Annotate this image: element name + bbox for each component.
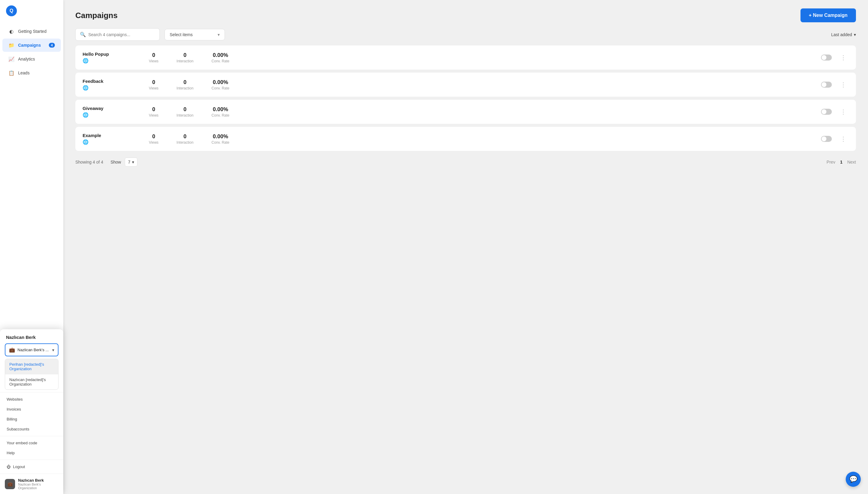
pagination-bar: Showing 4 of 4 Show 7 ▾ Prev 1 Next [75,154,856,170]
campaign-stats: 0 Views 0 Interaction 0.00% Conv. Rate [149,133,815,145]
campaign-name: Example [82,133,143,138]
popup-item-help[interactable]: Help [0,448,63,458]
campaign-more-button[interactable]: ⋮ [838,107,849,117]
analytics-icon: 📈 [8,56,15,62]
org-option-nazlican[interactable]: Nazlıcan [redacted]'s Organization [5,375,58,390]
power-icon: ⏻ [7,464,11,469]
popup-item-subaccounts[interactable]: Subaccounts [0,424,63,434]
stat-interaction-value: 0 [177,106,193,113]
campaign-info: Example 🌐 [82,133,143,145]
globe-icon: 🌐 [82,112,89,117]
search-box: 🔍 [75,28,160,41]
sidebar-item-leads[interactable]: 📋 Leads [2,66,61,79]
campaign-card: Example 🌐 0 Views 0 Interaction 0.00% Co… [75,127,856,151]
chat-icon: 💬 [849,475,857,483]
search-input[interactable] [88,32,155,37]
popup-user-name: Nazlıcan Berk [0,329,63,343]
main-header: Campaigns + New Campaign [63,0,868,28]
stat-conv-rate: 0.00% Conv. Rate [211,79,229,90]
campaign-stats: 0 Views 0 Interaction 0.00% Conv. Rate [149,79,815,90]
org-option-perihan[interactable]: Perihan [redacted]'s Organization [5,359,58,375]
avatar-icon: 💼 [7,482,13,487]
campaign-toggle[interactable] [821,55,832,60]
campaign-info: Feedback 🌐 [82,79,143,91]
campaigns-area: 🔍 Select items ▾ Last added ▾ Hello Popu… [63,28,868,494]
stat-views: 0 Views [149,79,159,90]
stat-interaction-label: Interaction [177,140,193,145]
campaign-toggle[interactable] [821,82,832,88]
popup-item-embed[interactable]: Your embed code [0,438,63,448]
campaign-toggle[interactable] [821,109,832,115]
sidebar-item-analytics[interactable]: 📈 Analytics [2,52,61,66]
stat-views-label: Views [149,86,159,90]
stat-interaction: 0 Interaction [177,52,193,63]
stat-interaction: 0 Interaction [177,106,193,117]
org-dropdown: Perihan [redacted]'s OrganizationNazlıca… [5,359,58,390]
popup-section-2: Your embed codeHelp [0,436,63,460]
org-selector-label: Nazlican Berk's ... [17,348,50,352]
stat-views: 0 Views [149,106,159,117]
stat-interaction: 0 Interaction [177,79,193,90]
search-icon: 🔍 [80,32,86,37]
stat-views-label: Views [149,140,159,145]
campaign-more-button[interactable]: ⋮ [838,53,849,62]
getting-started-icon: ◐ [8,28,15,34]
logout-button[interactable]: ⏻ Logout [0,462,63,472]
stat-views-value: 0 [149,52,159,58]
new-campaign-button[interactable]: + New Campaign [800,8,856,22]
filter-select[interactable]: Select items ▾ [165,29,225,40]
sidebar-item-label: Campaigns [18,43,41,48]
campaign-more-button[interactable]: ⋮ [838,80,849,90]
campaign-name: Hello Popup [82,52,143,57]
campaign-name: Feedback [82,79,143,84]
popup-item-websites[interactable]: Websites [0,394,63,404]
avatar: 💼 [5,479,15,489]
stat-conv-rate: 0.00% Conv. Rate [211,106,229,117]
campaign-more-button[interactable]: ⋮ [838,134,849,144]
stat-conv-rate-value: 0.00% [211,133,229,140]
stat-interaction-value: 0 [177,133,193,140]
leads-icon: 📋 [8,70,15,76]
campaign-info: Giveaway 🌐 [82,106,143,118]
user-footer[interactable]: 💼 Nazlıcan Berk Nazlican Berk's Organiza… [0,474,63,494]
stat-conv-rate: 0.00% Conv. Rate [211,133,229,145]
org-selector[interactable]: 💼 Nazlican Berk's ... ▾ [5,343,58,356]
stat-conv-rate-value: 0.00% [211,79,229,86]
next-button[interactable]: Next [847,160,856,165]
popup-item-invoices[interactable]: Invoices [0,404,63,414]
popup-section-logout: ⏻ Logout [0,460,63,474]
filter-chevron-icon: ▾ [218,32,220,37]
footer-user-name: Nazlıcan Berk [18,478,58,482]
stat-conv-rate-value: 0.00% [211,106,229,113]
user-info: Nazlıcan Berk Nazlican Berk's Organizati… [18,478,58,490]
user-popup: Nazlıcan Berk 💼 Nazlican Berk's ... ▾ Pe… [0,329,63,494]
sidebar-item-campaigns[interactable]: 📁 Campaigns 4 [2,39,61,52]
globe-icon: 🌐 [82,139,89,145]
nav-badge: 4 [49,43,55,48]
sidebar-item-getting-started[interactable]: ◐ Getting Started [2,25,61,38]
stat-views-value: 0 [149,79,159,86]
popup-section-1: WebsitesInvoicesBillingSubaccounts [0,392,63,436]
stat-views: 0 Views [149,52,159,63]
chat-button[interactable]: 💬 [846,472,861,487]
logo: Q [0,0,63,22]
logout-label: Logout [13,464,25,469]
stat-conv-rate-label: Conv. Rate [211,86,229,90]
page-title: Campaigns [75,11,117,20]
show-label: Show [111,160,121,165]
campaigns-list: Hello Popup 🌐 0 Views 0 Interaction 0.00… [75,45,856,151]
stat-conv-rate-label: Conv. Rate [211,59,229,63]
showing-text: Showing 4 of 4 [75,160,104,165]
stat-interaction-label: Interaction [177,59,193,63]
sort-control[interactable]: Last added ▾ [831,32,856,37]
popup-item-billing[interactable]: Billing [0,414,63,424]
stat-views-label: Views [149,113,159,117]
campaign-card: Hello Popup 🌐 0 Views 0 Interaction 0.00… [75,45,856,70]
campaign-toggle[interactable] [821,136,832,142]
campaigns-toolbar: 🔍 Select items ▾ Last added ▾ [75,28,856,41]
stat-interaction-label: Interaction [177,113,193,117]
globe-icon: 🌐 [82,58,89,63]
stat-conv-rate-value: 0.00% [211,52,229,58]
prev-button[interactable]: Prev [827,160,835,165]
per-page-select[interactable]: 7 ▾ [125,157,138,167]
